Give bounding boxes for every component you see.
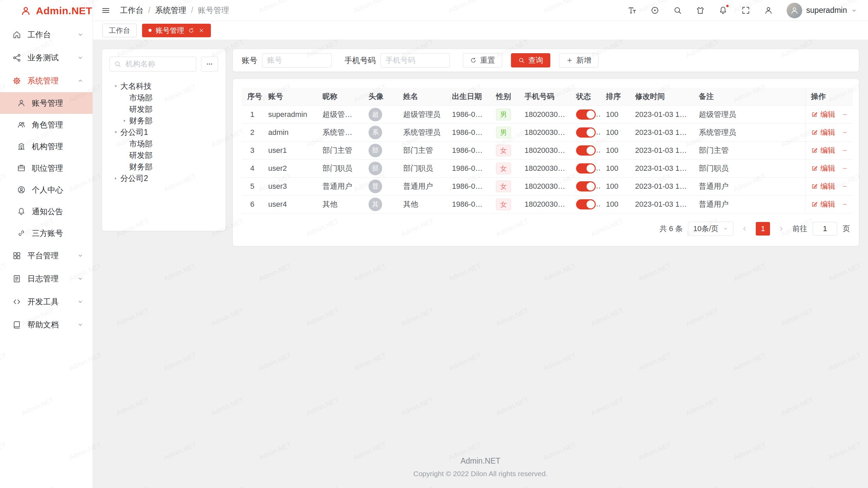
caret-right-icon (113, 176, 118, 181)
sidebar: Admin.NET 工作台业务测试系统管理账号管理角色管理机构管理职位管理个人中… (0, 0, 93, 488)
row-more-icon[interactable] (842, 200, 848, 208)
status-toggle[interactable] (576, 145, 596, 156)
tree-node[interactable]: 研发部 (110, 149, 218, 161)
hamburger-menu-icon[interactable] (101, 5, 111, 16)
profile-icon[interactable] (764, 6, 773, 15)
reset-button[interactable]: 重置 (463, 53, 502, 67)
status-toggle[interactable] (576, 109, 596, 120)
edit-button[interactable]: 编辑 (811, 145, 835, 156)
tree-node[interactable]: 市场部 (110, 92, 218, 103)
tree-node[interactable]: 财务部 (110, 161, 218, 172)
search-button[interactable]: 查询 (511, 53, 550, 67)
tree-node[interactable]: 分公司1 (110, 126, 218, 138)
content: 大名科技市场部研发部财务部分公司1市场部研发部财务部分公司2 账号 手机号码 重… (93, 40, 868, 450)
account-filter-input[interactable] (262, 53, 332, 67)
tree-node[interactable]: 大名科技 (110, 80, 218, 92)
sidebar-item[interactable]: 帮助文档 (0, 313, 93, 336)
tree-more-button[interactable] (201, 57, 218, 72)
cell-order: 100 (600, 159, 630, 177)
tree-caret[interactable] (111, 81, 120, 91)
page-1-button[interactable]: 1 (756, 222, 770, 236)
sidebar-subitem[interactable]: 通知公告 (0, 201, 93, 222)
bell-icon[interactable] (718, 6, 728, 15)
view-tab[interactable]: 账号管理 (142, 24, 211, 37)
edit-button-label: 编辑 (821, 109, 835, 120)
row-more-icon[interactable] (842, 110, 848, 119)
status-toggle[interactable] (576, 163, 596, 174)
breadcrumb-item[interactable]: 系统管理 (155, 5, 186, 16)
sidebar-item[interactable]: 业务测试 (0, 46, 93, 69)
theme-icon[interactable] (696, 6, 705, 15)
tree-node[interactable]: 分公司2 (110, 172, 218, 184)
sidebar-subitem[interactable]: 机构管理 (0, 136, 93, 157)
tree-node-label: 财务部 (129, 116, 153, 126)
tree-node[interactable]: 财务部 (110, 115, 218, 126)
cell-remark: 部门职员 (693, 159, 805, 177)
home-icon (12, 30, 21, 39)
status-toggle[interactable] (576, 181, 596, 191)
chevron-right-icon (777, 225, 785, 232)
row-more-icon[interactable] (842, 164, 848, 172)
tree-caret[interactable] (111, 174, 120, 183)
sidebar-subitem[interactable]: 三方账号 (0, 222, 93, 244)
breadcrumb-item[interactable]: 工作台 (120, 5, 143, 16)
close-icon[interactable] (198, 27, 204, 34)
cell-birth: 1986-06-28 (447, 123, 491, 141)
add-button[interactable]: 新增 (559, 53, 598, 67)
search-icon[interactable] (673, 6, 682, 15)
tree-node[interactable]: 市场部 (110, 138, 218, 149)
sidebar-item[interactable]: 开发工具 (0, 290, 93, 313)
discover-icon[interactable] (650, 6, 659, 15)
status-toggle[interactable] (576, 127, 596, 138)
accounts-table: 序号账号昵称头像姓名出生日期性别手机号码状态排序修改时间备注操作 1supera… (242, 88, 853, 214)
row-more-icon[interactable] (842, 146, 848, 155)
font-size-icon[interactable] (628, 6, 637, 15)
sidebar-menu: 工作台业务测试系统管理账号管理角色管理机构管理职位管理个人中心通知公告三方账号平… (0, 22, 93, 488)
sidebar-item[interactable]: 平台管理 (0, 244, 93, 267)
sidebar-subitem[interactable]: 账号管理 (0, 92, 93, 114)
phone-filter-input[interactable] (380, 53, 450, 67)
edit-button[interactable]: 编辑 (811, 181, 835, 191)
search-icon (114, 60, 121, 68)
tab-active-dot (149, 29, 152, 32)
sidebar-subitem[interactable]: 个人中心 (0, 179, 93, 201)
accounts-table-panel: 序号账号昵称头像姓名出生日期性别手机号码状态排序修改时间备注操作 1supera… (233, 79, 859, 246)
cell-modified: 2023-01-03 10:59:44 (630, 177, 693, 195)
edit-button[interactable]: 编辑 (811, 199, 835, 209)
cell-name: 部门职员 (398, 159, 447, 177)
fullscreen-icon[interactable] (741, 6, 750, 15)
next-page-button[interactable] (775, 223, 787, 235)
view-tab[interactable]: 工作台 (102, 24, 137, 37)
row-more-icon[interactable] (842, 182, 848, 190)
row-more-icon[interactable] (842, 128, 848, 137)
page-size-select[interactable]: 10条/页 (688, 222, 733, 236)
sidebar-item-label: 平台管理 (27, 250, 71, 261)
goto-page-input[interactable] (813, 222, 837, 236)
column-header: 出生日期 (447, 88, 491, 105)
org-search-input[interactable] (125, 59, 192, 69)
edit-button[interactable]: 编辑 (811, 127, 835, 138)
sidebar-subitem[interactable]: 职位管理 (0, 157, 93, 179)
sidebar-subitem[interactable]: 角色管理 (0, 114, 93, 136)
tree-node-label: 分公司2 (120, 173, 148, 184)
tree-caret[interactable] (111, 127, 120, 137)
cell-phone: 18020030720 (519, 141, 571, 159)
sidebar-item[interactable]: 系统管理 (0, 69, 93, 92)
ellipsis-icon (205, 60, 214, 68)
tree-node[interactable]: 研发部 (110, 103, 218, 115)
edit-button-label: 编辑 (821, 199, 835, 209)
cell-modified: 2023-01-03 10:59:44 (630, 123, 693, 141)
app-logo[interactable]: Admin.NET (0, 0, 93, 22)
building-icon (17, 142, 26, 151)
sidebar-item[interactable]: 日志管理 (0, 267, 93, 290)
prev-page-button[interactable] (739, 223, 750, 235)
status-toggle[interactable] (576, 199, 596, 209)
tree-caret[interactable] (120, 116, 129, 125)
add-button-label: 新增 (576, 55, 591, 65)
user-menu[interactable]: superadmin (787, 3, 857, 18)
cell-status (571, 177, 600, 195)
edit-button[interactable]: 编辑 (811, 163, 835, 174)
sidebar-item[interactable]: 工作台 (0, 23, 93, 46)
edit-button[interactable]: 编辑 (811, 109, 835, 120)
cell-account: user2 (263, 159, 317, 177)
